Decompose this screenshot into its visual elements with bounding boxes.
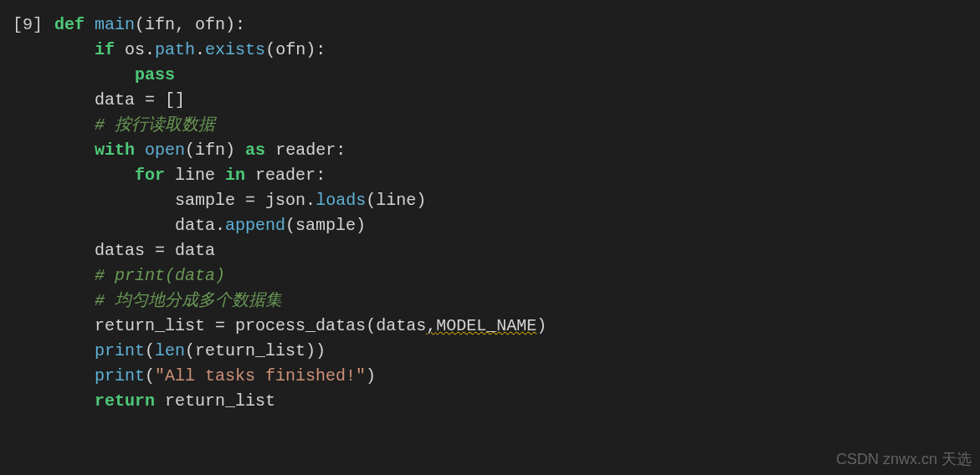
ident-reader: reader — [255, 163, 316, 188]
func-print: print — [95, 364, 145, 389]
ident-data: data — [175, 238, 215, 263]
code-line: with open(ifn) as reader: — [8, 138, 972, 163]
equals-op: = — [145, 88, 155, 113]
keyword-pass: pass — [135, 63, 175, 88]
watermark-text: CSDN znwx.cn 天选 — [836, 448, 972, 471]
code-line: print("All tasks finished!") — [8, 364, 972, 389]
ident-datas: datas — [95, 238, 145, 263]
ident-os: os — [125, 38, 145, 63]
ident-line: line — [175, 163, 215, 188]
func-process-datas: process_datas — [235, 314, 366, 339]
code-line: # 均匀地分成多个数据集 — [8, 289, 972, 314]
equals-op: = — [155, 238, 165, 263]
func-exists: exists — [205, 38, 265, 63]
param-ifn: ifn — [145, 13, 175, 38]
ident-return-list: return_list — [165, 389, 275, 414]
code-line: return return_list — [8, 389, 972, 414]
arg-line: line — [376, 188, 416, 213]
param-ofn: ofn — [195, 13, 225, 38]
attr-path: path — [155, 38, 195, 63]
code-line: return_list = process_datas(datas,MODEL_… — [8, 314, 972, 339]
keyword-as: as — [245, 138, 265, 163]
ident-json: json — [265, 188, 305, 213]
arg-ofn: ofn — [275, 38, 305, 63]
keyword-def: def — [54, 13, 85, 38]
comment-line: # print(data) — [95, 263, 225, 289]
keyword-if: if — [95, 38, 115, 63]
arg-return-list: return_list — [195, 339, 305, 364]
code-line: data = [] — [8, 88, 972, 113]
code-line: print(len(return_list)) — [8, 339, 972, 364]
equals-op: = — [215, 314, 225, 339]
cell-number: [9] — [8, 13, 54, 38]
arg-datas: datas — [376, 314, 426, 339]
func-append: append — [225, 213, 285, 238]
keyword-return: return — [95, 389, 155, 414]
func-main: main — [95, 13, 135, 38]
const-model-name: MODEL_NAME — [436, 314, 536, 339]
keyword-with: with — [95, 138, 135, 163]
arg-ifn: ifn — [195, 138, 225, 163]
ident-data: data — [95, 88, 135, 113]
code-line: for line in reader: — [8, 163, 972, 188]
ident-return-list: return_list — [95, 314, 205, 339]
equals-op: = — [245, 188, 255, 213]
code-line: sample = json.loads(line) — [8, 188, 972, 213]
code-cell: [9] def main(ifn, ofn): if os.path.exist… — [8, 13, 972, 414]
code-line: [9] def main(ifn, ofn): — [8, 13, 972, 38]
func-len: len — [155, 339, 185, 364]
empty-list: [] — [165, 88, 185, 113]
keyword-for: for — [135, 163, 165, 188]
comment-line: # 按行读取数据 — [95, 113, 215, 138]
func-print: print — [95, 339, 145, 364]
code-line: # 按行读取数据 — [8, 113, 972, 138]
code-line: if os.path.exists(ofn): — [8, 38, 972, 63]
ident-data: data — [175, 213, 215, 238]
func-open: open — [145, 138, 185, 163]
code-line: data.append(sample) — [8, 213, 972, 238]
ident-reader: reader — [275, 138, 336, 163]
ident-sample: sample — [175, 188, 235, 213]
code-line: pass — [8, 63, 972, 88]
keyword-in: in — [225, 163, 245, 188]
code-line: # print(data) — [8, 263, 972, 289]
comment-line: # 均匀地分成多个数据集 — [95, 289, 282, 314]
arg-sample: sample — [295, 213, 356, 238]
string-literal: "All tasks finished!" — [155, 364, 366, 389]
func-loads: loads — [316, 188, 366, 213]
warn-comma: , — [426, 314, 436, 339]
code-line: datas = data — [8, 238, 972, 263]
